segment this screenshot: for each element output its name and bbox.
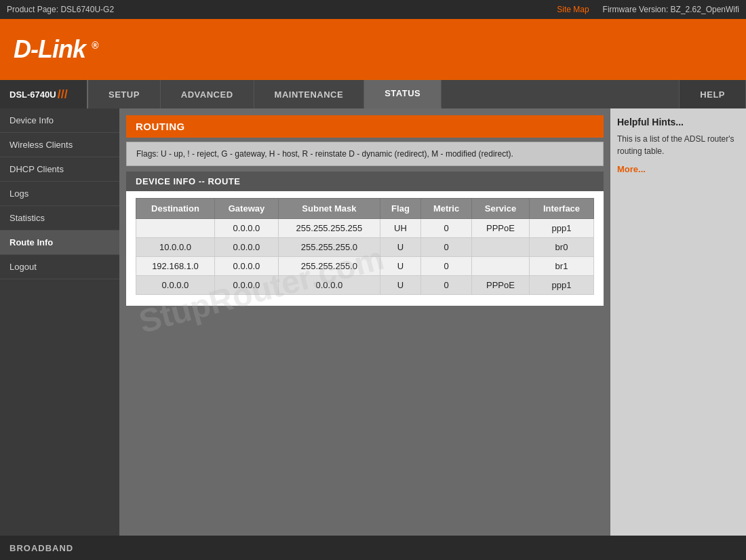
table-cell: 255.255.255.255 <box>279 219 380 238</box>
content-area: ROUTING Flags: U - up, ! - reject, G - g… <box>119 108 610 536</box>
table-cell <box>136 219 215 238</box>
route-table-wrapper: Destination Gateway Subnet Mask Flag Met… <box>126 191 604 306</box>
sidebar-item-statistics[interactable]: Statistics <box>0 206 119 231</box>
table-cell: U <box>380 257 420 276</box>
table-cell: U <box>380 238 420 257</box>
table-cell: 0 <box>421 238 472 257</box>
hints-text: This is a list of the ADSL router's rout… <box>617 133 739 157</box>
col-metric: Metric <box>421 199 472 219</box>
table-cell: 255.255.255.0 <box>279 257 380 276</box>
model-slashes: /// <box>58 87 68 102</box>
table-cell <box>472 238 530 257</box>
table-cell: UH <box>380 219 420 238</box>
sidebar-item-logs[interactable]: Logs <box>0 182 119 206</box>
firmware-version-label: Firmware Version: BZ_2.62_OpenWifi <box>603 5 739 14</box>
table-cell: 0.0.0.0 <box>214 276 278 295</box>
logo: D-Link ® <box>14 35 98 64</box>
table-cell: 0 <box>421 276 472 295</box>
col-service: Service <box>472 199 530 219</box>
table-cell: 0 <box>421 257 472 276</box>
model-badge: DSL-6740U /// <box>0 80 88 108</box>
header: D-Link ® <box>0 19 746 80</box>
sidebar-item-route-info[interactable]: Route Info <box>0 231 119 255</box>
table-cell: 0.0.0.0 <box>214 219 278 238</box>
top-bar: Product Page: DSL6740U-G2 Site Map Firmw… <box>0 0 746 19</box>
tab-help[interactable]: HELP <box>679 80 746 108</box>
col-gateway: Gateway <box>214 199 278 219</box>
sidebar-item-device-info[interactable]: Device Info <box>0 108 119 133</box>
tab-setup[interactable]: SETUP <box>88 80 161 108</box>
tab-maintenance[interactable]: MAINTENANCE <box>254 80 365 108</box>
col-subnet-mask: Subnet Mask <box>279 199 380 219</box>
table-cell: U <box>380 276 420 295</box>
table-cell: PPPoE <box>472 219 530 238</box>
table-row: 0.0.0.00.0.0.00.0.0.0U0PPPoEppp1 <box>136 276 594 295</box>
table-cell: PPPoE <box>472 276 530 295</box>
product-page-label: Product Page: DSL6740U-G2 <box>7 5 114 14</box>
flags-description: Flags: U - up, ! - reject, G - gateway, … <box>126 142 604 166</box>
sidebar-item-wireless-clients[interactable]: Wireless Clients <box>0 133 119 157</box>
route-table: Destination Gateway Subnet Mask Flag Met… <box>136 198 594 295</box>
table-cell: 255.255.255.0 <box>279 238 380 257</box>
nav-tabs: DSL-6740U /// SETUP ADVANCED MAINTENANCE… <box>0 80 746 108</box>
table-cell: br1 <box>529 257 593 276</box>
table-cell: br0 <box>529 238 593 257</box>
footer-text: BROADBAND <box>9 543 73 553</box>
table-cell: 0.0.0.0 <box>279 276 380 295</box>
table-section-header: DEVICE INFO -- ROUTE <box>126 172 604 191</box>
sidebar: Device Info Wireless Clients DHCP Client… <box>0 108 119 536</box>
footer: BROADBAND <box>0 536 746 560</box>
col-interface: Interface <box>529 199 593 219</box>
table-cell: 192.168.1.0 <box>136 257 215 276</box>
hints-title: Helpful Hints... <box>617 117 739 127</box>
table-cell <box>472 257 530 276</box>
table-row: 0.0.0.0255.255.255.255UH0PPPoEppp1 <box>136 219 594 238</box>
table-cell: 0.0.0.0 <box>136 276 215 295</box>
table-cell: 0.0.0.0 <box>214 238 278 257</box>
sidebar-item-dhcp-clients[interactable]: DHCP Clients <box>0 157 119 182</box>
tab-status[interactable]: STATUS <box>364 80 441 108</box>
table-row: 10.0.0.00.0.0.0255.255.255.0U0br0 <box>136 238 594 257</box>
table-cell: 10.0.0.0 <box>136 238 215 257</box>
sidebar-item-logout[interactable]: Logout <box>0 255 119 279</box>
table-cell: 0.0.0.0 <box>214 257 278 276</box>
main-layout: Device Info Wireless Clients DHCP Client… <box>0 108 746 536</box>
table-cell: ppp1 <box>529 276 593 295</box>
table-cell: ppp1 <box>529 219 593 238</box>
table-row: 192.168.1.00.0.0.0255.255.255.0U0br1 <box>136 257 594 276</box>
table-cell: 0 <box>421 219 472 238</box>
hints-panel: Helpful Hints... This is a list of the A… <box>610 108 746 536</box>
col-destination: Destination <box>136 199 215 219</box>
site-map-link[interactable]: Site Map <box>557 5 589 14</box>
hints-more-link[interactable]: More... <box>617 164 739 174</box>
col-flag: Flag <box>380 199 420 219</box>
routing-title: ROUTING <box>126 115 604 138</box>
tab-advanced[interactable]: ADVANCED <box>161 80 254 108</box>
